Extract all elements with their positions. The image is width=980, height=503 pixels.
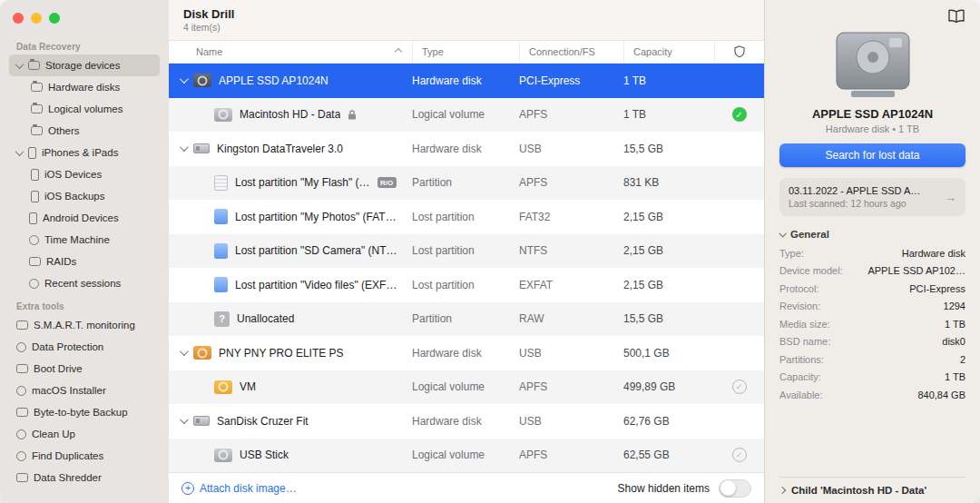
sidebar-item-find-duplicates[interactable]: Find Duplicates xyxy=(9,445,160,467)
sidebar-item-clean-up[interactable]: Clean Up xyxy=(9,423,160,445)
book-icon[interactable] xyxy=(947,9,965,24)
cell-name: Unallocated xyxy=(169,311,412,327)
cell-type: Lost partition xyxy=(412,279,519,291)
table-row[interactable]: Lost partition "My Flash" (… R/O Partiti… xyxy=(169,166,764,201)
cell-type: Hardware disk xyxy=(412,143,519,155)
detail-label: Available: xyxy=(779,390,823,400)
sidebar-item-label: Logical volumes xyxy=(48,104,122,114)
table-row[interactable]: APPLE SSD AP1024N Hardware disk PCI-Expr… xyxy=(169,64,764,98)
disk-illustration xyxy=(779,31,965,100)
cell-type: Partition xyxy=(412,312,519,325)
chevron-down-icon[interactable] xyxy=(180,415,189,424)
table-row[interactable]: Lost partition "Video files" (EXF… Lost … xyxy=(169,268,764,302)
sidebar-item-time-machine[interactable]: Time Machine xyxy=(9,229,160,251)
cell-name: Lost partition "My Photos" (FAT… xyxy=(169,209,412,224)
column-header-capacity[interactable]: Capacity xyxy=(623,41,714,63)
sidebar-item-label: Clean Up xyxy=(32,429,75,439)
close-window-button[interactable] xyxy=(13,13,24,24)
iphone-icon xyxy=(28,147,36,159)
sidebar-item-data-shredder[interactable]: Data Shredder xyxy=(9,467,160,488)
usb-drive-icon xyxy=(193,416,210,426)
detail-value: 1294 xyxy=(944,301,965,311)
table-row[interactable]: SanDisk Cruzer Fit Hardware disk USB 62,… xyxy=(169,404,764,439)
general-section-header[interactable]: General xyxy=(779,229,965,240)
column-label: Type xyxy=(422,46,444,57)
child-volume-disclosure[interactable]: Child 'Macintosh HD - Data' xyxy=(779,477,965,496)
sidebar-item-label: Android Devices xyxy=(43,212,119,223)
sidebar-item-hardware-disks[interactable]: Hardware disks xyxy=(9,76,160,98)
sidebar-item-byte-to-byte-backup[interactable]: Byte-to-byte Backup xyxy=(9,401,160,423)
sidebar-item-boot-drive[interactable]: Boot Drive xyxy=(9,358,160,380)
details-panel: APPLE SSD AP1024N Hardware disk • 1 TB S… xyxy=(764,0,980,503)
general-fields: Type:Hardware disk Device model:APPLE SS… xyxy=(779,244,965,404)
detail-value: 840,84 GB xyxy=(917,390,965,400)
table-row[interactable]: Lost partition "My Photos" (FAT… Lost pa… xyxy=(169,200,764,234)
device-table: APPLE SSD AP1024N Hardware disk PCI-Expr… xyxy=(169,64,764,472)
chevron-down-icon xyxy=(779,230,786,237)
table-row[interactable]: Kingston DataTraveler 3.0 Hardware disk … xyxy=(169,132,764,166)
chevron-down-icon[interactable] xyxy=(15,147,24,156)
table-row[interactable]: VM Logical volume APFS 499,89 GB xyxy=(169,370,764,405)
sidebar-item-ios-devices[interactable]: iOS Devices xyxy=(9,163,160,185)
show-hidden-toggle[interactable] xyxy=(719,479,751,498)
row-name: Lost partition "My Flash" (… xyxy=(235,176,370,189)
cell-connection: EXFAT xyxy=(519,279,623,291)
sidebar-item-label: S.M.A.R.T. monitoring xyxy=(34,320,135,330)
storage-devices-icon xyxy=(28,61,40,70)
sidebar-item-iphones-ipads[interactable]: iPhones & iPads xyxy=(9,142,160,163)
volume-icon xyxy=(214,108,232,122)
detail-row: Protocol:PCI-Express xyxy=(779,280,965,298)
search-for-lost-data-button[interactable]: Search for lost data xyxy=(779,143,965,167)
attach-disk-image-button[interactable]: Attach disk image… xyxy=(181,482,297,495)
session-text: 03.11.2022 - APPLE SSD A… Last scanned: … xyxy=(789,185,920,209)
row-name: VM xyxy=(240,380,256,393)
row-name: Lost partition "My Photos" (FAT… xyxy=(235,211,397,223)
chevron-down-icon[interactable] xyxy=(180,143,189,152)
table-row[interactable]: Lost partition "SD Camera" (NT… Lost par… xyxy=(169,234,764,269)
arrow-right-icon: → xyxy=(939,191,956,204)
chevron-down-icon[interactable] xyxy=(180,74,189,84)
cell-capacity: 1 TB xyxy=(623,108,714,121)
sidebar-item-data-protection[interactable]: Data Protection xyxy=(9,336,160,358)
selected-device-subtitle: Hardware disk • 1 TB xyxy=(779,123,965,134)
table-row[interactable]: PNY PNY PRO ELITE PS Hardware disk USB 5… xyxy=(169,336,764,370)
column-header-name[interactable]: Name xyxy=(169,41,412,63)
column-header-status[interactable] xyxy=(714,41,764,63)
page-title: Disk Drill xyxy=(183,7,764,21)
cell-connection: NTFS xyxy=(519,244,623,257)
table-row[interactable]: Unallocated Partition RAW 15,5 GB xyxy=(169,302,764,337)
cell-name: PNY PNY PRO ELITE PS xyxy=(169,346,412,360)
ios-device-icon xyxy=(31,169,39,181)
sidebar-item-android-devices[interactable]: Android Devices xyxy=(9,207,160,229)
sidebar-item-smart-monitoring[interactable]: S.M.A.R.T. monitoring xyxy=(9,314,160,336)
sidebar-item-raids[interactable]: RAIDs xyxy=(9,251,160,272)
detail-value: APPLE SSD AP102… xyxy=(867,265,965,276)
table-row[interactable]: Macintosh HD - Data Logical volume APFS … xyxy=(169,98,764,133)
sidebar-item-logical-volumes[interactable]: Logical volumes xyxy=(9,98,160,120)
minimize-window-button[interactable] xyxy=(31,13,42,24)
sidebar-item-ios-backups[interactable]: iOS Backups xyxy=(9,185,160,207)
lost-partition-icon xyxy=(214,243,228,259)
last-scan-session[interactable]: 03.11.2022 - APPLE SSD A… Last scanned: … xyxy=(779,178,965,216)
cell-capacity: 499,89 GB xyxy=(623,380,714,393)
cell-capacity: 831 KB xyxy=(623,176,714,189)
table-row[interactable]: USB Stick Logical volume APFS 62,55 GB xyxy=(169,439,764,473)
sidebar-item-recent-sessions[interactable]: Recent sessions xyxy=(9,272,160,294)
sidebar-item-macos-installer[interactable]: macOS Installer xyxy=(9,380,160,401)
sidebar-item-label: macOS Installer xyxy=(32,385,106,396)
zoom-window-button[interactable] xyxy=(49,13,60,24)
hard-drive-icon xyxy=(193,74,211,87)
detail-label: Capacity: xyxy=(779,371,821,382)
column-label: Capacity xyxy=(633,46,672,57)
cell-name: Lost partition "My Flash" (… R/O xyxy=(169,175,412,191)
sidebar-item-others[interactable]: Others xyxy=(9,120,160,142)
sidebar-item-storage-devices[interactable]: Storage devices xyxy=(9,54,160,76)
chevron-down-icon[interactable] xyxy=(15,60,24,69)
cell-connection: PCI-Express xyxy=(519,74,623,87)
column-header-type[interactable]: Type xyxy=(412,41,519,63)
show-hidden-group: Show hidden items xyxy=(618,479,751,498)
column-header-connection[interactable]: Connection/FS xyxy=(519,41,623,63)
magnifier-icon xyxy=(16,451,26,461)
chevron-down-icon[interactable] xyxy=(180,347,189,356)
volume-icon xyxy=(214,380,232,394)
